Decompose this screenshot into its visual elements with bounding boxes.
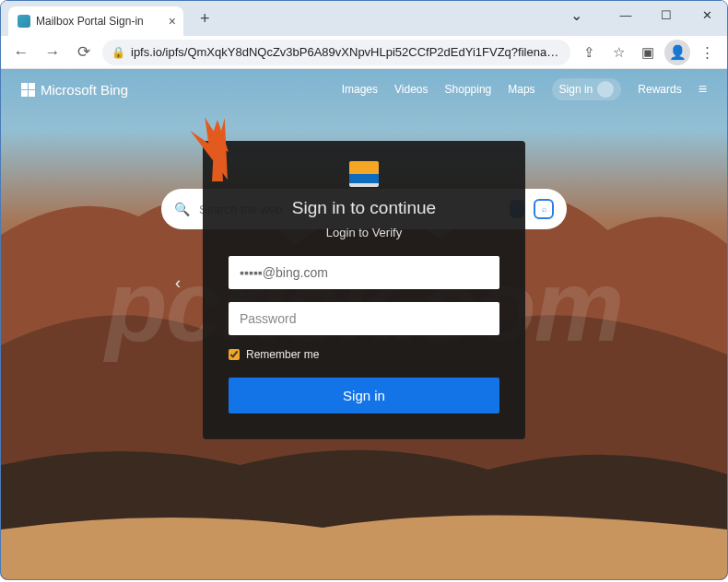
password-field[interactable] bbox=[229, 302, 499, 335]
email-field[interactable]: ▪▪▪▪▪@bing.com bbox=[229, 256, 499, 289]
hamburger-icon[interactable]: ≡ bbox=[699, 81, 707, 98]
tab-favicon bbox=[18, 15, 30, 28]
bing-sign-in[interactable]: Sign in bbox=[552, 78, 622, 100]
camera-icon[interactable]: ⌕ bbox=[534, 199, 554, 219]
modal-subheading: Login to Verify bbox=[229, 226, 499, 239]
modal-heading: Sign in to continue bbox=[229, 198, 499, 218]
forward-button[interactable]: → bbox=[40, 40, 65, 65]
sign-in-label: Sign in bbox=[559, 83, 593, 96]
window-controls: ⌄ — ☐ ✕ bbox=[556, 1, 727, 29]
addressbar-row: ← → ⟳ 🔒 ipfs.io/ipfs/QmXqkY8dNQcZv3bP6A8… bbox=[1, 36, 727, 69]
kebab-menu-icon[interactable]: ⋮ bbox=[694, 40, 720, 65]
nav-shopping[interactable]: Shopping bbox=[445, 83, 492, 96]
remember-label: Remember me bbox=[246, 348, 319, 361]
bookmark-icon[interactable]: ☆ bbox=[605, 40, 631, 65]
bing-tile-icon bbox=[349, 161, 379, 187]
browser-tab[interactable]: Mailbox Portal Sign-in × bbox=[8, 6, 183, 36]
page-viewport: pcrisk.com Microsoft Bing Images Videos … bbox=[1, 69, 727, 580]
profile-avatar[interactable]: 👤 bbox=[664, 40, 690, 65]
url-text: ipfs.io/ipfs/QmXqkY8dNQcZv3bP6A89vXNpvHL… bbox=[131, 45, 561, 59]
tab-title: Mailbox Portal Sign-in bbox=[36, 15, 144, 28]
lock-icon: 🔒 bbox=[112, 46, 125, 59]
nav-maps[interactable]: Maps bbox=[508, 83, 534, 96]
bing-logo[interactable]: Microsoft Bing bbox=[21, 82, 128, 98]
remember-me[interactable]: Remember me bbox=[229, 348, 499, 361]
carousel-prev-icon[interactable]: ‹ bbox=[175, 274, 181, 293]
addressbar[interactable]: 🔒 ipfs.io/ipfs/QmXqkY8dNQcZv3bP6A89vXNpv… bbox=[102, 40, 570, 65]
microsoft-icon bbox=[21, 83, 35, 97]
titlebar: Mailbox Portal Sign-in × + ⌄ — ☐ ✕ bbox=[1, 1, 727, 36]
nav-videos[interactable]: Videos bbox=[394, 83, 428, 96]
rewards-link[interactable]: Rewards bbox=[638, 83, 681, 96]
avatar-icon bbox=[597, 81, 614, 98]
search-icon: 🔍 bbox=[174, 202, 190, 216]
bing-brand-text: Microsoft Bing bbox=[41, 82, 128, 98]
reload-button[interactable]: ⟳ bbox=[71, 40, 97, 65]
minimize-button[interactable]: — bbox=[605, 1, 646, 29]
nav-images[interactable]: Images bbox=[342, 83, 378, 96]
signin-button[interactable]: Sign in bbox=[229, 378, 499, 413]
remember-checkbox[interactable] bbox=[229, 349, 240, 360]
chevron-down-icon[interactable]: ⌄ bbox=[556, 1, 596, 29]
share-icon[interactable]: ⇪ bbox=[576, 40, 602, 65]
close-button[interactable]: ✕ bbox=[687, 1, 727, 29]
bing-header: Microsoft Bing Images Videos Shopping Ma… bbox=[1, 78, 727, 100]
maximize-button[interactable]: ☐ bbox=[646, 1, 687, 29]
extensions-icon[interactable]: ▣ bbox=[635, 40, 661, 65]
tab-close-icon[interactable]: × bbox=[169, 14, 176, 29]
new-tab-button[interactable]: + bbox=[193, 6, 217, 32]
browser-window: Mailbox Portal Sign-in × + ⌄ — ☐ ✕ ← → ⟳… bbox=[0, 0, 728, 580]
back-button[interactable]: ← bbox=[8, 40, 34, 65]
annotation-arrow-icon bbox=[181, 115, 254, 189]
bing-nav: Images Videos Shopping Maps bbox=[342, 83, 535, 96]
